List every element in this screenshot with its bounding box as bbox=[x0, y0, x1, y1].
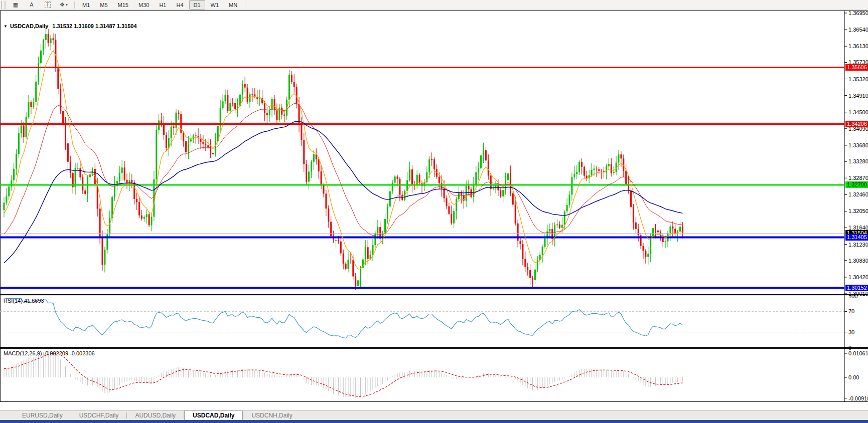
timeframe-w1-button[interactable]: W1 bbox=[206, 0, 224, 10]
top-toolbar: ▦AT✥▾ M1M5M15M30H1H4D1W1MN bbox=[0, 0, 868, 10]
timeframe-m1-button[interactable]: M1 bbox=[78, 0, 94, 10]
rsi-axis-tick: 100 bbox=[848, 293, 857, 299]
macd-axis-tick: 0.00 bbox=[848, 374, 859, 380]
chevron-down-icon[interactable]: ▾ bbox=[66, 3, 68, 7]
timeframe-m30-button[interactable]: M30 bbox=[134, 0, 154, 10]
chart-ohlc-quotes: 1.31532 1.31609 1.31487 1.31504 bbox=[52, 23, 136, 29]
level-price-chip: 1.30152 bbox=[845, 285, 868, 291]
level-price-chip: 1.31405 bbox=[845, 234, 868, 241]
price-axis-tick: 1.32460 bbox=[848, 191, 868, 197]
tab-audusd[interactable]: AUDUSD,Daily bbox=[127, 411, 184, 420]
level-price-chip: 1.32700 bbox=[845, 181, 868, 188]
price-axis-tick: 1.35320 bbox=[848, 76, 868, 82]
price-axis-tick: 1.36950 bbox=[848, 10, 868, 16]
shapes-tool-icon: ✥ bbox=[60, 1, 64, 9]
tab-eurusd[interactable]: EURUSD,Daily bbox=[14, 411, 71, 420]
symbol-tab-bar: EURUSD,DailyUSDCHF,DailyAUDUSD,DailyUSDC… bbox=[0, 410, 868, 420]
status-strip bbox=[0, 420, 868, 423]
text-tool-button[interactable]: T bbox=[40, 0, 55, 10]
arrow-label-icon: A bbox=[30, 1, 33, 9]
rsi-label: RSI(14) 41.6693 bbox=[4, 298, 44, 304]
tab-usdcad[interactable]: USDCAD,Daily bbox=[184, 410, 243, 420]
price-axis-tick: 1.32050 bbox=[848, 208, 868, 214]
timeframe-h1-button[interactable]: H1 bbox=[155, 0, 171, 10]
level-price-chip: 1.34206 bbox=[845, 121, 868, 127]
price-axis-tick: 1.36130 bbox=[848, 43, 868, 49]
price-axis-tick: 1.36540 bbox=[848, 27, 868, 33]
price-axis-tick: 1.31230 bbox=[848, 242, 868, 248]
tab-usdchf[interactable]: USDCHF,Daily bbox=[71, 411, 127, 420]
price-axis-tick: 1.33280 bbox=[848, 158, 868, 164]
symbol-dropdown-icon[interactable]: ▼ bbox=[4, 24, 8, 29]
mt4-terminal: { "toolbar": { "grip_label": "F", "tools… bbox=[0, 0, 868, 423]
price-axis-tick: 1.34910 bbox=[848, 93, 868, 99]
shapes-tool-button[interactable]: ✥▾ bbox=[56, 0, 71, 10]
level-price-chip: 1.35606 bbox=[845, 64, 868, 71]
macd-axis-tick: -0.009181 bbox=[848, 395, 868, 401]
tab-usdcnh[interactable]: USDCNH,Daily bbox=[243, 411, 300, 420]
grid-icon: ▦ bbox=[13, 1, 18, 9]
rsi-axis-tick: 70 bbox=[848, 308, 854, 314]
timeframe-d1-button[interactable]: D1 bbox=[189, 0, 205, 10]
toolbar-separator bbox=[245, 2, 245, 9]
chart-title: ▼ USDCAD,Daily 1.31532 1.31609 1.31487 1… bbox=[4, 23, 137, 29]
rsi-axis-tick: 30 bbox=[848, 329, 854, 335]
chart-window: ▼ USDCAD,Daily 1.31532 1.31609 1.31487 1… bbox=[0, 10, 868, 423]
toolbar-grip[interactable] bbox=[1, 2, 6, 9]
toolbar-separator bbox=[74, 2, 75, 9]
price-chart-canvas[interactable] bbox=[0, 10, 868, 423]
text-tool-icon: T bbox=[45, 2, 51, 8]
price-axis-tick: 1.34500 bbox=[848, 109, 868, 115]
grid-button[interactable]: ▦ bbox=[8, 0, 23, 10]
timeframe-mn-button[interactable]: MN bbox=[224, 0, 242, 10]
price-axis-tick: 1.30830 bbox=[848, 258, 868, 264]
macd-axis-tick: 0.010615 bbox=[848, 350, 868, 356]
chart-symbol: USDCAD,Daily bbox=[10, 23, 48, 29]
arrow-label-button[interactable]: A bbox=[24, 0, 39, 10]
timeframe-m5-button[interactable]: M5 bbox=[95, 0, 112, 10]
macd-label: MACD(12,26,9) -0.002209 -0.002306 bbox=[4, 350, 95, 356]
rsi-axis-tick: 0 bbox=[848, 345, 851, 351]
timeframe-m15-button[interactable]: M15 bbox=[113, 0, 133, 10]
price-axis-tick: 1.30420 bbox=[848, 274, 868, 280]
price-axis-tick: 1.32870 bbox=[848, 175, 868, 181]
price-axis-tick: 1.33680 bbox=[848, 142, 868, 148]
timeframe-h4-button[interactable]: H4 bbox=[172, 0, 188, 10]
